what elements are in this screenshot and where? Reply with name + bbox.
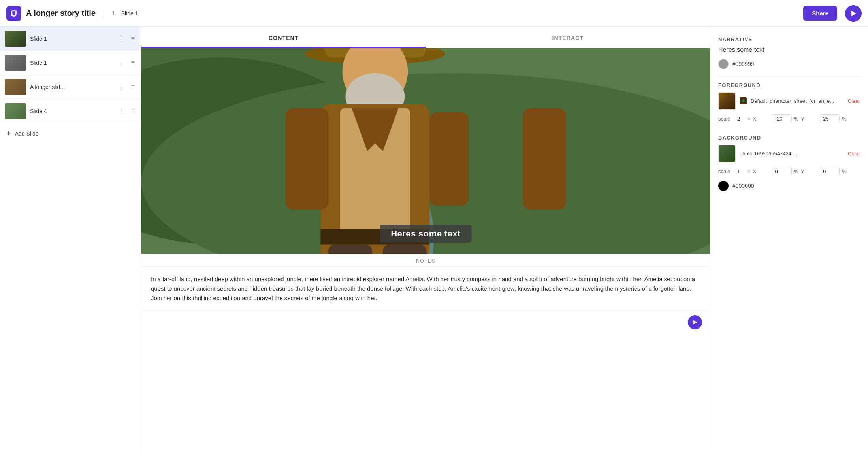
- notes-section: NOTES In a far-off land, nestled deep wi…: [141, 254, 710, 454]
- tab-interact[interactable]: INTERACT: [426, 27, 710, 48]
- plus-icon: +: [6, 129, 11, 138]
- add-slide-button[interactable]: + Add Slide: [0, 123, 141, 144]
- sidebar-item-slide-1-active[interactable]: Slide 1 ⋮ ≡: [0, 27, 141, 51]
- foreground-asset-name: Default_character_sheet_for_an_e...: [751, 98, 844, 104]
- notes-body-text: In a far-off land, nestled deep within a…: [141, 267, 710, 311]
- sidebar-item-slide-1-b[interactable]: Slide 1 ⋮ ≡: [0, 51, 141, 75]
- foreground-asset-row: 🌲 Default_character_sheet_for_an_e... Cl…: [718, 92, 860, 110]
- fg-x-pct: %: [794, 116, 799, 122]
- background-scale-row: scale 1 × X % Y %: [718, 167, 860, 176]
- slide-drag-icon-2[interactable]: ≡: [130, 59, 136, 67]
- slide-more-icon-2[interactable]: ⋮: [116, 59, 126, 68]
- svg-rect-19: [328, 245, 372, 254]
- divider-1: [718, 76, 860, 77]
- narrative-color-circle[interactable]: [718, 59, 729, 69]
- app-title: A longer story title: [26, 9, 96, 18]
- bg-color-value: #000000: [732, 183, 754, 189]
- sidebar-slide-name-2: Slide 1: [30, 60, 112, 66]
- panel-scroll-content: NARRATIVE Heres some text #999999 FOREGR…: [718, 36, 860, 203]
- slide-image: Heres some text: [141, 48, 710, 254]
- foreground-scale-row: scale 2 × X % Y %: [718, 114, 860, 123]
- foreground-clear-button[interactable]: Clear: [848, 98, 860, 104]
- notes-send-button[interactable]: [688, 315, 702, 329]
- app-logo: [6, 6, 21, 21]
- foreground-section: FOREGROUND 🌲 Default_character_sheet_for…: [718, 82, 860, 123]
- narrative-color-value: #999999: [732, 61, 754, 67]
- divider-2: [718, 129, 860, 129]
- slide-drag-icon-3[interactable]: ≡: [130, 83, 136, 91]
- foreground-section-title: FOREGROUND: [718, 82, 860, 88]
- slide-thumb-3: [5, 79, 26, 95]
- svg-rect-20: [383, 245, 426, 254]
- sidebar-slide-name-4: Slide 4: [30, 108, 112, 114]
- fg-y-label: Y: [801, 116, 817, 122]
- narrative-text: Heres some text: [718, 46, 860, 53]
- bg-y-pct: %: [842, 168, 847, 174]
- notes-header-label: NOTES: [141, 254, 710, 267]
- content-area: CONTENT INTERACT: [141, 27, 710, 454]
- sidebar: Slide 1 ⋮ ≡ Slide 1 ⋮ ≡ A longer slid...…: [0, 27, 141, 454]
- play-button[interactable]: [845, 5, 862, 22]
- app-header: A longer story title 1 Slide 1 Share: [0, 0, 868, 27]
- foreground-char-icon: 🌲: [740, 97, 747, 104]
- fg-x-label: X: [753, 116, 770, 122]
- fg-scale-label: scale: [718, 116, 735, 122]
- slide-thumb-1: [5, 31, 26, 47]
- background-asset-name: photo-1695065547424-...: [740, 151, 844, 157]
- tab-bar: CONTENT INTERACT: [141, 27, 710, 48]
- fg-scale-value: 2: [737, 116, 745, 122]
- sidebar-slide-name-1: Slide 1: [30, 36, 112, 42]
- background-clear-button[interactable]: Clear: [848, 151, 860, 157]
- slide-drag-icon-1[interactable]: ≡: [130, 34, 136, 43]
- notes-footer: [141, 311, 710, 333]
- slide-thumb-2: [5, 55, 26, 71]
- header-slide-num: 1: [112, 10, 115, 17]
- slide-more-icon-3[interactable]: ⋮: [116, 83, 126, 92]
- fg-y-pct: %: [842, 116, 847, 122]
- background-asset-thumb: [718, 145, 736, 162]
- sidebar-slide-name-3: A longer slid...: [30, 84, 112, 90]
- right-panel: NARRATIVE Heres some text #999999 FOREGR…: [710, 27, 868, 454]
- slide-drag-icon-4[interactable]: ≡: [130, 107, 136, 115]
- slide-text-overlay: Heres some text: [380, 225, 472, 243]
- svg-marker-0: [851, 11, 856, 16]
- slide-preview: Heres some text: [141, 48, 710, 254]
- svg-rect-14: [286, 108, 328, 210]
- bg-y-label: Y: [801, 168, 817, 174]
- tab-content[interactable]: CONTENT: [141, 27, 426, 48]
- background-asset-row: photo-1695065547424-... Clear: [718, 145, 860, 162]
- bg-scale-label: scale: [718, 168, 735, 174]
- bg-color-row: #000000: [718, 181, 860, 191]
- svg-rect-16: [429, 112, 469, 206]
- narrative-section-title: NARRATIVE: [718, 36, 860, 42]
- bg-x-pct: %: [794, 168, 799, 174]
- header-divider: [104, 9, 104, 17]
- slide-more-icon-1[interactable]: ⋮: [116, 34, 126, 44]
- background-section: BACKGROUND photo-1695065547424-... Clear…: [718, 135, 860, 191]
- sidebar-item-longer[interactable]: A longer slid... ⋮ ≡: [0, 75, 141, 99]
- fg-x-input[interactable]: [772, 114, 792, 123]
- bg-times-label: ×: [747, 168, 751, 174]
- bg-x-input[interactable]: [772, 167, 792, 176]
- main-layout: Slide 1 ⋮ ≡ Slide 1 ⋮ ≡ A longer slid...…: [0, 27, 868, 454]
- svg-marker-21: [693, 320, 697, 325]
- sidebar-item-slide-4[interactable]: Slide 4 ⋮ ≡: [0, 99, 141, 123]
- slide-thumb-4: [5, 103, 26, 119]
- background-section-title: BACKGROUND: [718, 135, 860, 141]
- slide-more-icon-4[interactable]: ⋮: [116, 107, 126, 116]
- narrative-color-row: #999999: [718, 59, 860, 69]
- svg-rect-15: [523, 108, 566, 210]
- header-slide-label: Slide 1: [121, 10, 138, 17]
- bg-x-label: X: [753, 168, 770, 174]
- bg-y-input[interactable]: [820, 167, 840, 176]
- bg-scale-value: 1: [737, 168, 745, 174]
- add-slide-label: Add Slide: [15, 131, 39, 137]
- fg-times-label: ×: [747, 116, 751, 122]
- bg-color-circle[interactable]: [718, 181, 729, 191]
- fg-y-input[interactable]: [820, 114, 840, 123]
- foreground-asset-thumb: [718, 92, 736, 110]
- share-button[interactable]: Share: [803, 6, 837, 21]
